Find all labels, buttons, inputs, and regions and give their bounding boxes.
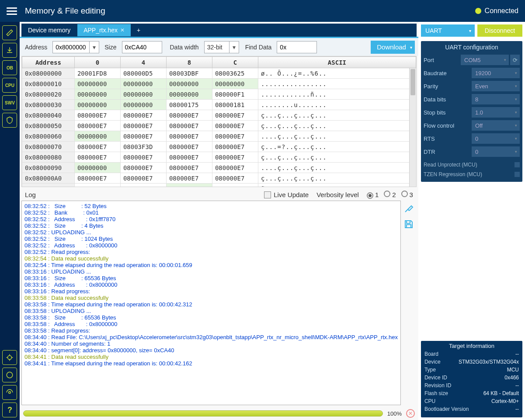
cfg-label: Stop bits [424,109,472,116]
target-row: Flash size64 KB - Default [424,390,519,398]
col-header: Address [22,57,74,68]
cfg-checkbox[interactable]: Read Unprotect (MCU) [424,160,520,170]
sb-el-icon[interactable] [2,368,17,382]
memory-table: Address048CASCII0x0800000020001FD8080000… [21,56,417,187]
verbosity-label: Verbosity level [316,191,359,198]
table-row[interactable]: 0x0800009000000000080000E7080000E7080000… [22,163,416,173]
address-input[interactable] [52,41,90,53]
cfg-flow-control-select[interactable]: Off▾ [472,120,520,131]
download-button[interactable]: Download▾ [371,41,415,54]
size-label: Size [104,44,116,51]
verbosity-radio-2[interactable] [384,191,390,197]
sb-bug-icon[interactable] [2,350,17,365]
cfg-label: RTS [424,135,472,142]
width-label: Data width [170,44,199,51]
table-row[interactable]: 0x080000A0080000E7080000E7080000E7080000… [22,173,416,184]
table-row[interactable]: 0x0800000020001FD8080000D508003DBF080036… [22,68,416,79]
cfg-baudrate-select[interactable]: 19200▾ [472,68,520,78]
right-panel: UART▾ Disconnect UART configuration Port… [418,22,525,420]
close-icon[interactable]: ✕ [120,27,125,33]
col-header: 0 [74,57,120,68]
table-row[interactable]: 0x08000050080000E7080000E7080000E7080000… [22,121,416,131]
cfg-stop-bits-select[interactable]: 1.0▾ [472,107,520,118]
table-row[interactable]: 0x080000B0080043F5080000E700000000080000… [22,184,416,187]
disconnect-button[interactable]: Disconnect [477,24,522,37]
sb-download-icon[interactable] [2,43,17,58]
filter-bar: Address ▾ Size Data width 32-bit▾ Find D… [20,37,418,56]
connection-status: Connected [485,7,518,15]
menu-button[interactable] [7,6,17,16]
col-header: 8 [166,57,212,68]
log-label: Log [25,191,36,198]
svg-point-2 [9,392,11,394]
target-row: Device ID0x466 [424,375,519,382]
cfg-checkbox[interactable]: TZEN Regression (MCU) [424,170,520,179]
cfg-label: DTR [424,149,472,155]
progress-bar [23,410,383,417]
save-log-icon[interactable] [403,219,414,229]
page-title: Memory & File editing [25,6,475,16]
target-row: DeviceSTM32G03x/STM32G04x [424,359,519,367]
table-scrollbar[interactable] [409,68,416,187]
target-row: Board-- [424,351,519,359]
verbosity-radio-3[interactable] [401,191,408,197]
width-select[interactable]: 32-bit [204,41,229,53]
target-row: Bootloader Version-- [424,406,519,414]
cfg-port-select[interactable]: COM5▾ [461,55,509,65]
clear-log-icon[interactable] [403,203,414,214]
target-info-title: Target information [424,343,519,349]
cfg-label: Baudrate [424,70,472,76]
target-row: CPUCortex-M0+ [424,398,519,406]
table-row[interactable]: 0x08000010000000000000000000000000000000… [22,79,416,89]
col-header: 4 [120,57,166,68]
target-row: TypeMCU [424,367,519,375]
sb-hex-icon[interactable] [2,385,17,400]
cfg-label: Data bits [424,96,472,103]
table-row[interactable]: 0x08000070080000E708003F3D080000E7080000… [22,142,416,152]
status-dot-icon [475,8,481,14]
verbosity-radio-1[interactable] [367,192,373,199]
sb-edit-icon[interactable] [2,25,17,40]
cfg-data-bits-select[interactable]: 8▾ [472,94,520,104]
target-row: Revision ID-- [424,382,519,390]
find-input[interactable] [277,41,317,53]
tabs: Device memoryAPP_rtx.hex✕+ [21,24,417,37]
tab-app_rtx-hex[interactable]: APP_rtx.hex✕ [77,24,131,37]
topbar: Memory & File editing Connected [0,0,525,22]
log-output[interactable]: 08:32:52 : Size : 52 Bytes08:32:52 : Ban… [21,201,401,405]
cfg-dtr-select[interactable]: 0▾ [472,146,520,157]
table-row[interactable]: 0x08000030000000000000000008000175080001… [22,100,416,110]
width-dropdown-icon[interactable]: ▾ [229,41,239,53]
table-row[interactable]: 0x08000020000000000000000000000000080000… [22,89,416,100]
sb-ob-icon[interactable]: OB [2,60,17,75]
connection-select[interactable]: UART▾ [421,24,475,37]
sb-swv-icon[interactable]: SWV [2,95,17,110]
table-row[interactable]: 0x08000080080000E7080000E7080000E7080000… [22,152,416,163]
tab-device-memory[interactable]: Device memory [21,24,77,37]
table-row[interactable]: 0x0800006000000000080000E7080000E7080000… [22,131,416,142]
col-header: C [212,57,258,68]
live-update-checkbox[interactable]: Live Update [264,191,309,198]
sb-shield-icon[interactable] [2,113,17,128]
cfg-label: Port [424,57,461,63]
progress-percent: 100% [387,410,402,417]
add-tab-button[interactable]: + [132,24,145,37]
sb-help-icon[interactable]: ? [2,403,17,417]
refresh-icon[interactable]: ⟳ [510,55,520,65]
table-row[interactable]: 0x08000040080000E7080000E7080000E7080000… [22,110,416,121]
cancel-icon[interactable]: ✕ [406,409,415,418]
cfg-label: Parity [424,83,472,90]
address-label: Address [25,44,47,51]
sb-cpu-icon[interactable]: CPU [2,78,17,93]
address-dropdown-icon[interactable]: ▾ [90,41,99,53]
cfg-label: Flow control [424,122,472,129]
size-input[interactable] [122,41,162,53]
col-header: ASCII [258,57,416,68]
uart-config-title: UART configuration [424,44,520,51]
sidebar: OB CPU SWV ? [0,22,20,420]
find-label: Find Data [245,44,272,51]
cfg-rts-select[interactable]: 0▾ [472,133,520,144]
svg-point-0 [8,356,12,360]
cfg-parity-select[interactable]: Even▾ [472,81,520,91]
svg-point-1 [7,372,13,378]
